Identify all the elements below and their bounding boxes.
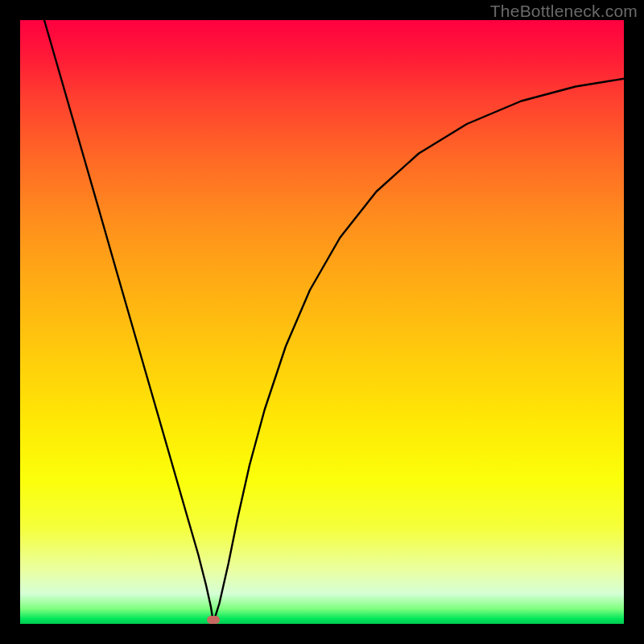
optimum-marker [207,616,220,624]
chart-frame: TheBottleneck.com [0,0,644,644]
bottleneck-curve [20,20,624,624]
watermark-text: TheBottleneck.com [490,2,638,21]
plot-area [20,20,624,624]
